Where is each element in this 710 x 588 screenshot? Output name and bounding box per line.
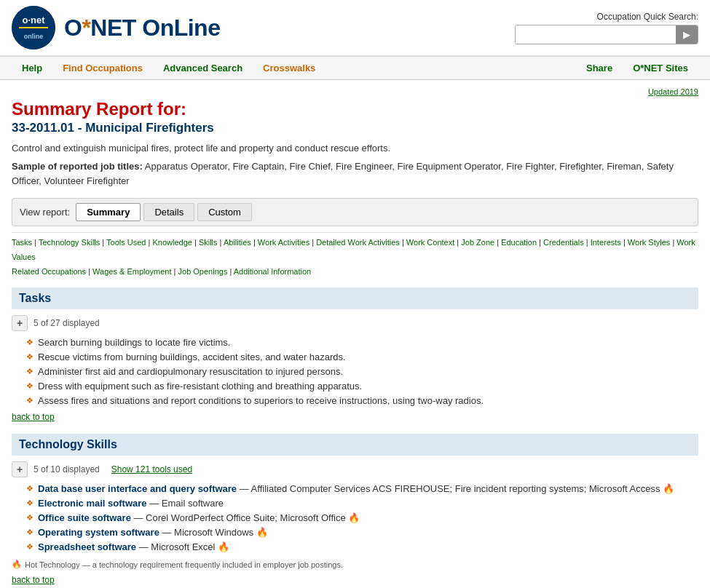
tech-bold: Operating system software [38,527,159,538]
bullet-icon: ❖ [26,484,33,493]
link-tasks[interactable]: Tasks [12,238,32,247]
link-tools-used[interactable]: Tools Used [106,238,146,247]
task-text: Assess fires and situations and report c… [38,395,484,406]
list-item: ❖ Electronic mail software — Email softw… [26,498,698,509]
tech-item-text: Operating system software — Microsoft Wi… [38,527,268,538]
tasks-back-to-top[interactable]: back to top [12,412,698,422]
report-subtitle: 33-2011.01 - Municipal Firefighters [12,121,698,135]
link-work-context[interactable]: Work Context [406,238,454,247]
bullet-icon: ❖ [26,396,33,405]
link-education[interactable]: Education [501,238,537,247]
search-label: Occupation Quick Search: [515,12,698,22]
sample-label: Sample of reported job titles: [12,161,143,172]
technology-back-to-top[interactable]: back to top [12,575,698,585]
show-tools-link[interactable]: Show 121 tools used [111,464,192,474]
search-button[interactable]: ▶ [676,25,698,44]
nav-onet-sites[interactable]: O*NET Sites [623,57,698,79]
technology-count: 5 of 10 displayed [33,464,100,474]
bullet-icon: ❖ [26,381,33,391]
tech-item-text: Spreadsheet software — Microsoft Excel 🔥 [38,541,229,552]
technology-expand-button[interactable]: + [12,461,28,477]
bullet-icon: ❖ [26,498,33,508]
task-text: Rescue victims from burning buildings, a… [38,351,346,362]
hot-note-text: Hot Technology — a technology requiremen… [25,560,343,569]
tech-rest: — Affiliated Computer Services ACS FIREH… [237,483,660,494]
link-detailed-work[interactable]: Detailed Work Activities [316,238,400,247]
nav-share[interactable]: Share [576,57,623,79]
list-item: ❖ Office suite software — Corel WordPerf… [26,512,698,523]
nav-left: Help Find Occupations Advanced Search Cr… [12,57,326,79]
link-abilities[interactable]: Abilities [224,238,251,247]
hot-icon: 🔥 [218,541,229,552]
link-work-activities[interactable]: Work Activities [258,238,309,247]
tech-item-text: Electronic mail software — Email softwar… [38,498,224,509]
bullet-icon: ❖ [26,367,33,376]
svg-text:online: online [24,33,44,40]
technology-count-row: + 5 of 10 displayed Show 121 tools used [12,461,698,477]
main-nav: Help Find Occupations Advanced Search Cr… [0,57,710,80]
tech-bold: Data base user interface and query softw… [38,483,237,494]
link-job-openings[interactable]: Job Openings [178,267,228,276]
tasks-list: ❖ Search burning buildings to locate fir… [12,337,698,406]
sample-titles: Sample of reported job titles: Apparatus… [12,159,698,188]
tech-item-text: Data base user interface and query softw… [38,483,674,494]
search-form: ▶ [515,25,698,44]
hot-icon: 🔥 [348,512,360,523]
link-wages[interactable]: Wages & Employment [92,267,171,276]
list-item: ❖ Dress with equipment such as fire-resi… [26,381,698,392]
hot-icon: 🔥 [663,483,674,494]
link-additional-info[interactable]: Additional Information [234,267,311,276]
technology-skills-section: Technology Skills + 5 of 10 displayed Sh… [12,434,698,585]
tasks-expand-button[interactable]: + [12,315,28,331]
search-input[interactable] [516,25,676,44]
task-text: Dress with equipment such as fire-resist… [38,381,362,392]
link-credentials[interactable]: Credentials [543,238,584,247]
hot-note: 🔥 Hot Technology — a technology requirem… [12,560,698,569]
updated-date[interactable]: Updated 2019 [12,87,698,96]
view-report-label: View report: [20,207,70,218]
nav-advanced-search[interactable]: Advanced Search [153,57,253,79]
technology-list: ❖ Data base user interface and query sof… [12,483,698,552]
list-item: ❖ Data base user interface and query sof… [26,483,698,494]
bullet-icon: ❖ [26,542,33,552]
bullet-icon: ❖ [26,352,33,362]
list-item: ❖ Operating system software — Microsoft … [26,527,698,538]
hot-icon: 🔥 [256,527,268,538]
link-knowledge[interactable]: Knowledge [152,238,192,247]
occupation-description: Control and extinguish municipal fires, … [12,143,698,154]
list-item: ❖ Assess fires and situations and report… [26,395,698,406]
link-interests[interactable]: Interests [591,238,621,247]
link-related-occupations[interactable]: Related Occupations [12,267,86,276]
nav-find-occupations[interactable]: Find Occupations [52,57,153,79]
link-work-styles[interactable]: Work Styles [628,238,670,247]
tech-rest: — Corel WordPerfect Office Suite; Micros… [131,512,346,523]
list-item: ❖ Rescue victims from burning buildings,… [26,351,698,362]
tech-bold: Office suite software [38,512,131,523]
header: o·net online O*NET OnLine Occupation Qui… [0,0,710,57]
list-item: ❖ Administer first aid and cardiopulmona… [26,366,698,377]
tech-rest: — Microsoft Windows [159,527,253,538]
tab-custom[interactable]: Custom [197,203,252,221]
bullet-icon: ❖ [26,338,33,347]
tech-bold: Electronic mail software [38,498,147,509]
link-skills[interactable]: Skills [199,238,218,247]
tab-details[interactable]: Details [143,203,194,221]
task-text: Search burning buildings to locate fire … [38,337,230,348]
link-job-zone[interactable]: Job Zone [461,238,494,247]
link-tech-skills[interactable]: Technology Skills [39,238,100,247]
tech-item-text: Office suite software — Corel WordPerfec… [38,512,360,523]
links-bar: Tasks | Technology Skills | Tools Used |… [12,232,698,279]
nav-help[interactable]: Help [12,57,52,79]
tasks-count: 5 of 27 displayed [33,318,100,328]
bullet-icon: ❖ [26,513,33,523]
bullet-icon: ❖ [26,528,33,537]
tech-rest: — Microsoft Excel [136,541,215,552]
list-item: ❖ Spreadsheet software — Microsoft Excel… [26,541,698,552]
tab-summary[interactable]: Summary [76,203,141,221]
nav-crosswalks[interactable]: Crosswalks [253,57,326,79]
site-title: O*NET OnLine [64,15,220,41]
tasks-count-row: + 5 of 27 displayed [12,315,698,331]
task-text: Administer first aid and cardiopulmonary… [38,366,343,377]
tech-rest: — Email software [147,498,224,509]
onet-logo: o·net online [12,6,55,49]
